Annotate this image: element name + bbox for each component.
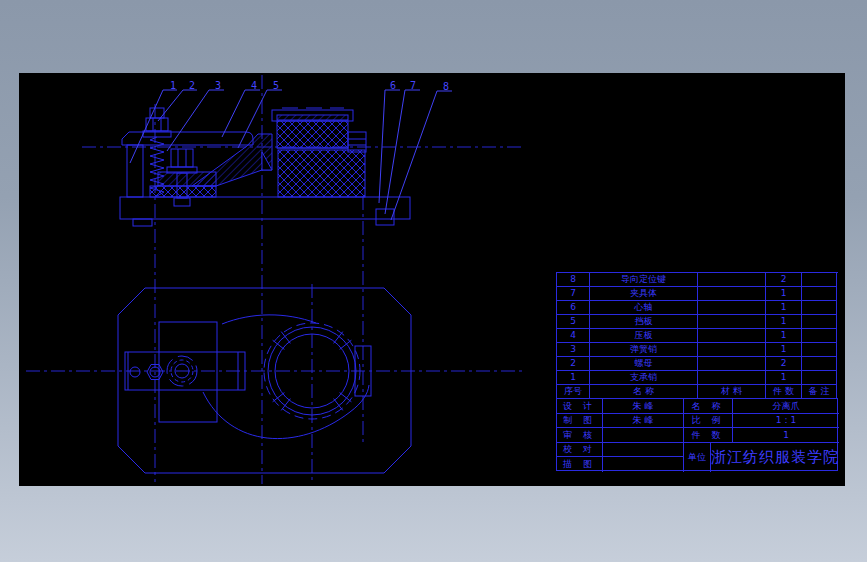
check-label: 审 核 — [557, 428, 603, 443]
header-remark: 备 注 — [802, 385, 837, 399]
part-no: 8 — [557, 273, 590, 287]
part-qty: 2 — [766, 273, 802, 287]
part-qty: 1 — [766, 287, 802, 301]
part-no: 2 — [557, 357, 590, 371]
proof-value — [603, 443, 684, 457]
base-foot — [133, 219, 152, 226]
part-remark — [802, 287, 837, 301]
design-label: 设 计 — [557, 399, 603, 414]
name-label: 名 称 — [684, 399, 733, 414]
cross-hatch-block — [150, 186, 216, 197]
callout-6: 6 — [390, 80, 396, 91]
part-material — [698, 287, 766, 301]
part-no: 5 — [557, 315, 590, 329]
proof-label: 校 对 — [557, 443, 603, 457]
part-remark — [802, 273, 837, 287]
part-qty: 1 — [766, 329, 802, 343]
fixture-housing — [272, 108, 366, 197]
part-qty: 1 — [766, 315, 802, 329]
callout-8: 8 — [443, 81, 449, 92]
part-material — [698, 273, 766, 287]
part-material — [698, 343, 766, 357]
part-no: 1 — [557, 371, 590, 385]
header-material: 材 料 — [698, 385, 766, 399]
part-no: 4 — [557, 329, 590, 343]
unit-label: 单位 — [684, 443, 711, 472]
part-material — [698, 315, 766, 329]
part-no: 3 — [557, 343, 590, 357]
check-value — [603, 428, 684, 443]
callout-3: 3 — [215, 80, 221, 91]
callout-5: 5 — [273, 80, 279, 91]
part-qty: 1 — [766, 343, 802, 357]
part-name: 弹簧销 — [590, 343, 698, 357]
part-material — [698, 357, 766, 371]
callout-7: 7 — [410, 80, 416, 91]
cad-viewer: { "colors":{ "line_blue":"#2a2ae0", "bri… — [0, 0, 867, 562]
part-name: 夹具体 — [590, 287, 698, 301]
part-material — [698, 329, 766, 343]
qty-value: 1 — [733, 428, 839, 443]
scale-value: 1：1 — [733, 414, 839, 428]
draft-label: 制 图 — [557, 414, 603, 428]
part-remark — [802, 329, 837, 343]
part-remark — [802, 301, 837, 315]
part-qty: 2 — [766, 357, 802, 371]
left-bolt — [143, 108, 171, 137]
plan-view — [118, 288, 411, 473]
part-name: 压板 — [590, 329, 698, 343]
scale-label: 比 例 — [684, 414, 733, 428]
header-qty: 件 数 — [766, 385, 802, 399]
callout-4: 4 — [251, 80, 257, 91]
claw-lever — [192, 134, 272, 186]
header-no: 序号 — [557, 385, 590, 399]
part-name: 挡板 — [590, 315, 698, 329]
parts-list-table: 8 导向定位键 2 7 夹具体 1 6 心轴 1 5 挡板 1 4 压板 1 3… — [556, 272, 838, 398]
part-remark — [802, 371, 837, 385]
part-remark — [802, 357, 837, 371]
draft-value: 朱 峰 — [603, 414, 684, 428]
title-block: 设 计 朱 峰 名 称 分离爪 制 图 朱 峰 比 例 1：1 审 核 件 数 … — [556, 398, 838, 471]
part-qty: 1 — [766, 301, 802, 315]
part-remark — [802, 343, 837, 357]
part-name: 支承销 — [590, 371, 698, 385]
drawing-canvas[interactable]: 1 2 3 4 5 6 7 8 8 导向定位键 2 7 夹具体 1 6 心轴 1… — [19, 73, 845, 486]
front-section-view — [120, 108, 410, 226]
part-name: 螺母 — [590, 357, 698, 371]
part-no: 7 — [557, 287, 590, 301]
callout-2: 2 — [189, 80, 195, 91]
baffle-plate — [122, 132, 253, 145]
part-material — [698, 371, 766, 385]
design-value: 朱 峰 — [603, 399, 684, 414]
base-plate — [120, 197, 410, 219]
part-no: 6 — [557, 301, 590, 315]
trace-label: 描 图 — [557, 457, 603, 472]
centerlines — [26, 75, 525, 484]
part-material — [698, 301, 766, 315]
part-name: 导向定位键 — [590, 273, 698, 287]
claw-outline-top — [222, 315, 316, 324]
part-remark — [802, 315, 837, 329]
trace-value — [603, 457, 684, 472]
callout-1: 1 — [170, 80, 176, 91]
header-name: 名 称 — [590, 385, 698, 399]
unit-value: 浙江纺织服装学院 — [711, 443, 839, 472]
qty-label: 件 数 — [684, 428, 733, 443]
part-name: 心轴 — [590, 301, 698, 315]
pin-hole — [130, 367, 140, 377]
name-value: 分离爪 — [733, 399, 839, 414]
part-qty: 1 — [766, 371, 802, 385]
boss-rect — [159, 322, 217, 422]
